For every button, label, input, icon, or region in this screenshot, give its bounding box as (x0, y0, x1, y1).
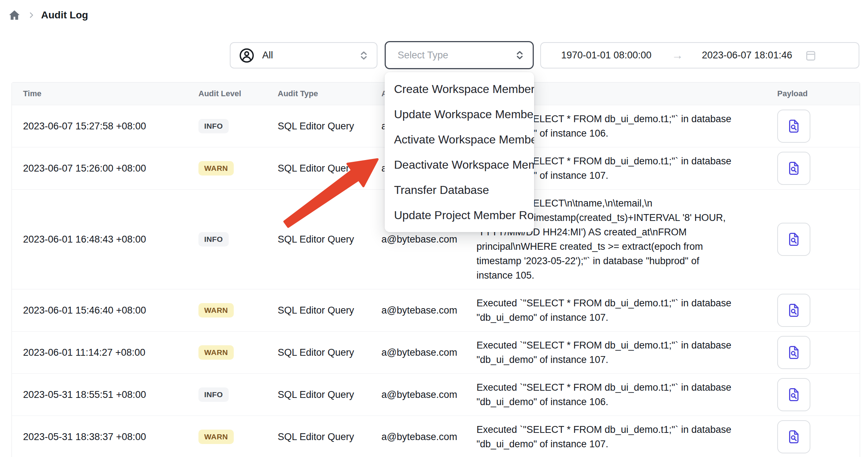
file-search-icon (786, 160, 802, 177)
comment-line: principal\nWHERE created_ts >= extract(e… (476, 239, 761, 254)
audit-type-cell: SQL Editor Query (278, 347, 381, 358)
audit-level-badge: WARN (198, 430, 234, 444)
time-cell: 2023-06-01 15:46:40 +08:00 (12, 305, 198, 316)
comment-cell: Executed `"SELECT * FROM db_ui_demo.t1;"… (476, 374, 761, 416)
file-search-icon (786, 344, 802, 361)
header-payload: Payload (761, 89, 860, 98)
date-range-end: 2023-06-07 18:01:46 (702, 50, 792, 61)
payload-view-button[interactable] (777, 110, 810, 143)
comment-line: Executed `"SELECT * FROM db_ui_demo.t1;"… (476, 422, 761, 437)
comment-cell: Executed `"SELECT * FROM db_ui_demo.t1;"… (476, 416, 761, 457)
audit-type-cell: SQL Editor Query (278, 431, 381, 443)
audit-level-badge: WARN (198, 161, 234, 176)
payload-cell (761, 223, 860, 256)
payload-view-button[interactable] (777, 378, 810, 411)
comment-line: "db_ui_demo" of instance 107. (476, 310, 761, 325)
time-cell: 2023-06-01 11:14:27 +08:00 (12, 347, 198, 358)
type-menu-item[interactable]: Transfer Database (385, 177, 534, 203)
audit-level-badge: WARN (198, 345, 234, 360)
file-search-icon (786, 231, 802, 248)
payload-view-button[interactable] (777, 223, 810, 256)
calendar-icon (804, 49, 817, 62)
audit-type-cell: SQL Editor Query (278, 121, 381, 132)
header-audit-level: Audit Level (198, 89, 278, 98)
audit-level-cell: WARN (198, 345, 278, 360)
comment-line: "db_ui_demo" of instance 107. (476, 352, 761, 367)
audit-type-cell: SQL Editor Query (278, 305, 381, 316)
audit-level-badge: INFO (198, 387, 229, 402)
time-cell: 2023-06-07 15:27:58 +08:00 (12, 121, 198, 132)
time-cell: 2023-05-31 18:55:51 +08:00 (12, 389, 198, 400)
file-search-icon (786, 386, 802, 403)
actor-cell: a@bytebase.com (381, 431, 476, 443)
actor-filter-value: All (262, 50, 273, 61)
table-row: 2023-05-31 18:38:37 +08:00 WARN SQL Edit… (12, 416, 860, 457)
type-menu-item[interactable]: Update Workspace Member (385, 102, 534, 127)
breadcrumb: Audit Log (8, 9, 88, 22)
comment-cell: Executed `"SELECT * FROM db_ui_demo.t1;"… (476, 289, 761, 331)
payload-cell (761, 336, 860, 369)
date-range-picker[interactable]: 1970-01-01 08:00:00 → 2023-06-07 18:01:4… (540, 42, 859, 68)
file-search-icon (786, 429, 802, 445)
comment-line: instance 105. (476, 268, 761, 283)
payload-cell (761, 420, 860, 453)
audit-type-cell: SQL Editor Query (278, 163, 381, 174)
comment-cell: Executed `"SELECT * FROM db_ui_demo.t1;"… (476, 332, 761, 373)
chevron-right-icon (27, 11, 35, 19)
actor-cell: a@bytebase.com (381, 234, 476, 245)
type-select-menu: Create Workspace MemberUpdate Workspace … (385, 72, 534, 232)
payload-cell (761, 378, 860, 411)
payload-cell (761, 110, 860, 143)
audit-level-badge: INFO (198, 119, 229, 133)
type-menu-item[interactable]: Activate Workspace Member (385, 127, 534, 152)
comment-line: Executed `"SELECT * FROM db_ui_demo.t1;"… (476, 296, 761, 310)
audit-level-badge: INFO (198, 232, 229, 247)
header-audit-type: Audit Type (278, 89, 381, 98)
page-title: Audit Log (41, 9, 88, 21)
actor-cell: a@bytebase.com (381, 389, 476, 400)
audit-type-cell: SQL Editor Query (278, 389, 381, 400)
audit-type-cell: SQL Editor Query (278, 234, 381, 245)
payload-cell (761, 152, 860, 185)
chevron-updown-icon (358, 50, 370, 61)
payload-view-button[interactable] (777, 152, 810, 185)
audit-level-cell: WARN (198, 430, 278, 444)
table-row: 2023-05-31 18:55:51 +08:00 INFO SQL Edit… (12, 373, 860, 416)
table-row: 2023-06-01 11:14:27 +08:00 WARN SQL Edit… (12, 331, 860, 373)
type-menu-item[interactable]: Update Project Member Role (385, 203, 534, 228)
comment-line: timestamp '2023-05-22');"` in database "… (476, 254, 761, 268)
table-row: 2023-06-01 15:46:40 +08:00 WARN SQL Edit… (12, 289, 860, 331)
user-circle-icon (238, 47, 255, 64)
payload-view-button[interactable] (777, 420, 810, 453)
type-filter-select[interactable]: Select Type (385, 41, 534, 69)
comment-line: "db_ui_demo" of instance 106. (476, 395, 761, 409)
type-filter-placeholder: Select Type (398, 50, 448, 61)
audit-level-badge: WARN (198, 303, 234, 318)
audit-level-cell: WARN (198, 161, 278, 176)
header-time: Time (12, 89, 198, 98)
actor-cell: a@bytebase.com (381, 347, 476, 358)
home-icon[interactable] (8, 9, 21, 22)
payload-view-button[interactable] (777, 294, 810, 327)
file-search-icon (786, 118, 802, 134)
time-cell: 2023-06-07 15:26:00 +08:00 (12, 163, 198, 174)
comment-line: Executed `"SELECT * FROM db_ui_demo.t1;"… (476, 338, 761, 352)
arrow-right-icon: → (672, 49, 683, 62)
comment-line: Executed `"SELECT * FROM db_ui_demo.t1;"… (476, 380, 761, 395)
comment-line: "db_ui_demo" of instance 107. (476, 437, 761, 451)
audit-level-cell: INFO (198, 387, 278, 402)
audit-level-cell: INFO (198, 232, 278, 247)
date-range-start: 1970-01-01 08:00:00 (561, 50, 652, 61)
actor-cell: a@bytebase.com (381, 305, 476, 316)
type-menu-item[interactable]: Deactivate Workspace Member (385, 152, 534, 177)
time-cell: 2023-06-01 16:48:43 +08:00 (12, 234, 198, 245)
payload-view-button[interactable] (777, 336, 810, 369)
file-search-icon (786, 302, 802, 319)
time-cell: 2023-05-31 18:38:37 +08:00 (12, 431, 198, 443)
audit-level-cell: INFO (198, 119, 278, 133)
chevron-updown-icon (514, 49, 525, 61)
payload-cell (761, 294, 860, 327)
audit-level-cell: WARN (198, 303, 278, 318)
type-menu-item[interactable]: Create Workspace Member (385, 76, 534, 102)
actor-filter-select[interactable]: All (230, 42, 377, 68)
